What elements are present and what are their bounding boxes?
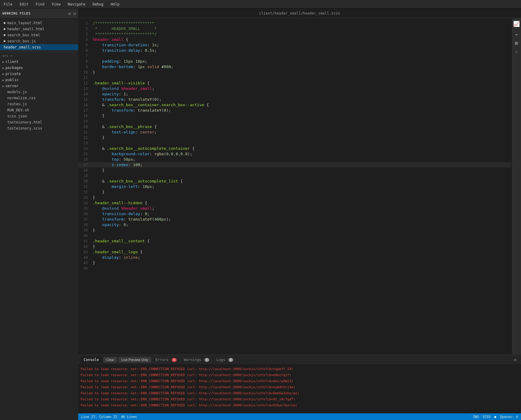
menu-view[interactable]: View [51, 2, 62, 7]
tree-folder-public[interactable]: ▶ public [0, 77, 78, 83]
file-item-search-box-html[interactable]: search_box.html [0, 32, 78, 38]
file-dot [4, 34, 5, 36]
main-layout: Working Files ⚙ ⊡ main_layout.html heade… [0, 8, 521, 420]
code-line-31: 31 margin-left: 10px; [78, 184, 511, 189]
cloud-icon[interactable]: ☁ [515, 31, 518, 36]
file-name: main_layout.html [7, 21, 42, 25]
tree-file-tasteionary-scss[interactable]: tasteionary.scss [0, 125, 78, 131]
logs-tab[interactable]: Logs 0 [214, 356, 236, 363]
live-preview-button[interactable]: Live Preview Only [118, 357, 151, 363]
code-line-16: 16 & .search_box__container.search_box--… [78, 102, 511, 108]
line-count: 46 Lines [121, 415, 137, 419]
split-icon[interactable]: ⊡ [73, 11, 76, 16]
code-line-32: 32 } [78, 189, 511, 195]
indent-size[interactable]: Spaces: 4 [500, 415, 518, 419]
chevron-right-icon: ▶ [2, 66, 4, 70]
tree-folder-server[interactable]: ▶ server [0, 83, 78, 89]
working-files-list: main_layout.html header_small.html searc… [0, 19, 78, 51]
clear-button[interactable]: Clear [103, 357, 117, 363]
tree-root[interactable]: src > [0, 53, 78, 59]
code-line-34: 34 .header_small--hidden { [78, 200, 511, 206]
warnings-tab[interactable]: Warnings 0 [181, 356, 212, 363]
menu-file[interactable]: File [2, 2, 14, 7]
console-tabs: Console Clear Live Preview Only Errors 4… [78, 355, 521, 365]
file-item-search-box-js[interactable]: search_box.js [0, 38, 78, 44]
menu-help[interactable]: Help [110, 2, 121, 7]
tree-file-tasteionary-html[interactable]: tasteionary.html [0, 119, 78, 125]
code-line-23: 23 [78, 140, 511, 146]
file-item-header-small-html[interactable]: header_small.html [0, 26, 78, 32]
code-line-14: 14 opacity: 1; [78, 91, 511, 97]
console-error-4: Failed to load resource: net::ERR_CONNEC… [81, 384, 519, 390]
code-line-39: 39 } [78, 228, 511, 233]
chevron-right-icon: ▶ [2, 78, 4, 82]
code-line-2: 2 * HEADER_SMALL * [78, 26, 511, 31]
tree-file-rundev[interactable]: RUN_DEV.sh [0, 107, 78, 113]
tree-folder-packages[interactable]: ▶ packages [0, 65, 78, 71]
tree-file-routes[interactable]: routes.js [0, 101, 78, 107]
tree-folder-client[interactable]: ▶ client [0, 59, 78, 65]
code-line-30: 30 & .search_box__autocomplete_list { [78, 179, 511, 184]
console-error-6: Failed to load resource: net::ERR_CONNEC… [81, 396, 519, 402]
console-error-5: Failed to load resource: net::ERR_CONNEC… [81, 390, 519, 396]
logs-badge: 0 [228, 358, 233, 362]
console-tab[interactable]: Console [81, 356, 102, 363]
file-path: client/header_small/header_small.scss [259, 11, 340, 15]
code-line-24: 24 & .search_box__autocomplete_container… [78, 146, 511, 151]
editor-wrapper: 1 /************************* 2 * HEADER_… [78, 18, 521, 354]
errors-tab[interactable]: Errors 4 [152, 356, 180, 363]
settings-icon[interactable]: ⚙ [68, 11, 71, 16]
close-console-button[interactable]: ✕ [512, 356, 519, 363]
chevron-right-icon: ▶ [2, 60, 4, 64]
file-dot [4, 40, 5, 42]
status-left: Line 27, Column 22 46 Lines [81, 415, 137, 419]
console-error-2: Failed to load resource: net::ERR_CONNEC… [81, 372, 519, 378]
branch-icon[interactable]: ⑂ [515, 49, 518, 55]
tree-folder-private[interactable]: ▶ private [0, 71, 78, 77]
menu-debug[interactable]: Debug [91, 2, 105, 7]
code-line-12: 12 .header_small--visible { [78, 80, 511, 86]
code-line-4: 4 %header_small { [78, 37, 511, 42]
menu-bar: File Edit Find View Navigate Debug Help [0, 0, 521, 8]
editor-area: client/header_small/header_small.scss 1 … [78, 8, 521, 420]
chevron-right-icon: ▶ [2, 84, 4, 88]
code-line-19: 19 [78, 119, 511, 124]
code-line-17: 17 transform: translateY(0); [78, 108, 511, 113]
code-line-38: 38 opacity: 0; [78, 222, 511, 228]
tree-file-normalize[interactable]: normalize.css [0, 95, 78, 101]
code-line-46: 46 [78, 266, 511, 271]
code-line-45: 45 } [78, 260, 511, 266]
console-output[interactable]: Failed to load resource: net::ERR_CONNEC… [78, 365, 521, 413]
file-item-header-small-scss[interactable]: header_small.scss [0, 44, 78, 50]
language-mode[interactable]: SCSS [483, 415, 491, 419]
file-item-main-layout[interactable]: main_layout.html [0, 20, 78, 26]
warnings-badge: 0 [204, 358, 209, 362]
code-line-13: 13 @extend %header_small; [78, 86, 511, 91]
code-line-9: 9 border-bottom: 1px solid #000; [78, 64, 511, 70]
tree-file-scss[interactable]: scss.json [0, 113, 78, 119]
encoding-indicator: ● [494, 415, 496, 419]
tree-file-models[interactable]: models.js [0, 89, 78, 95]
file-name: header_small.html [7, 27, 45, 31]
code-line-18: 18 } [78, 113, 511, 119]
code-line-27: 27 z-index: 100; [78, 162, 511, 168]
status-right: INS SCSS ● Spaces: 4 [473, 415, 518, 419]
code-line-41: 41 .header_small__content { [78, 238, 511, 244]
menu-navigate[interactable]: Navigate [67, 2, 87, 7]
file-name: search_box.html [7, 33, 40, 37]
folder-name: packages [5, 66, 23, 70]
errors-badge: 4 [172, 358, 177, 362]
folder-name: private [5, 72, 21, 76]
activity-icon[interactable]: 📈 [513, 21, 520, 27]
menu-edit[interactable]: Edit [18, 2, 30, 7]
code-line-7: 7 [78, 53, 511, 59]
file-name: search_box.js [7, 39, 36, 43]
console-error-1: Failed to load resource: net::ERR_CONNEC… [81, 366, 519, 372]
grid-icon[interactable]: ▦ [515, 40, 518, 46]
sidebar: Working Files ⚙ ⊡ main_layout.html heade… [0, 8, 78, 420]
code-container[interactable]: 1 /************************* 2 * HEADER_… [78, 18, 511, 354]
code-line-20: 20 & .search_box__phrase { [78, 124, 511, 130]
code-line-42: 42 } [78, 244, 511, 249]
menu-find[interactable]: Find [35, 2, 46, 7]
file-dot [4, 28, 5, 30]
